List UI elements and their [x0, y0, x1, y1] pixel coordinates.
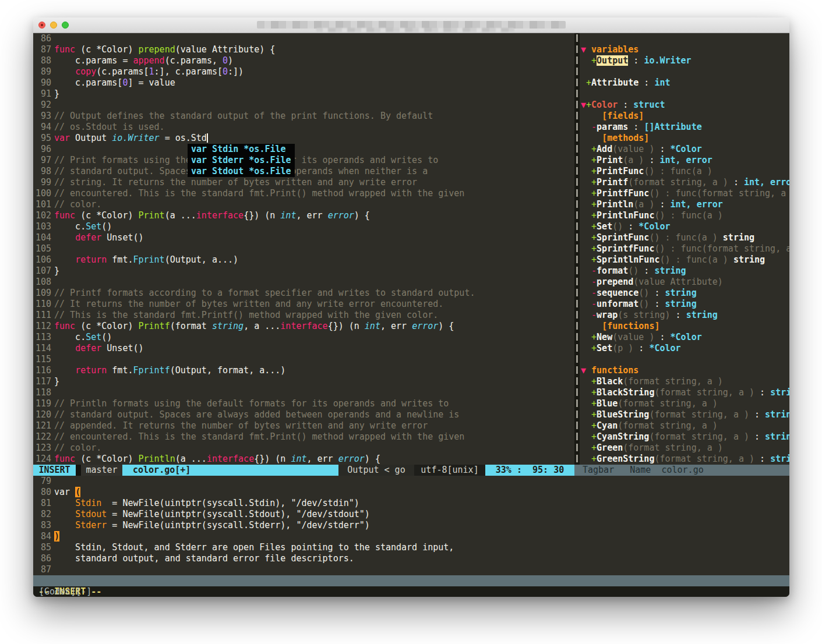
- minimize-button[interactable]: [50, 22, 57, 29]
- tagbar-line[interactable]: +Println(a ) : int, error: [581, 199, 789, 210]
- tagbar-line[interactable]: +Print(a ) : int, error: [581, 155, 789, 166]
- close-button[interactable]: [38, 22, 45, 29]
- tagbar-line[interactable]: [functions]: [581, 321, 789, 332]
- code-line[interactable]: 100// encountered. This is the standard …: [36, 188, 574, 199]
- code-line[interactable]: 117}: [36, 376, 574, 387]
- code-line[interactable]: 114 defer Unset(): [36, 343, 574, 354]
- code-line[interactable]: 102func (c *Color) Print(a ...interface{…: [36, 210, 574, 221]
- code-line[interactable]: 124func (c *Color) Println(a ...interfac…: [36, 454, 574, 465]
- tagbar-line[interactable]: -wrap(s string) : string: [581, 310, 789, 321]
- tagbar-line[interactable]: +Green(format string, a ): [581, 443, 789, 454]
- tagbar-line[interactable]: [methods]: [581, 133, 789, 144]
- code-line[interactable]: 99// string. It returns the number of by…: [36, 177, 574, 188]
- tagbar-line[interactable]: +GreenString(format string, a ) : string: [581, 454, 789, 465]
- code-line[interactable]: 122// encountered. This is the standard …: [36, 431, 574, 443]
- tagbar-line[interactable]: ▼ variables: [581, 44, 789, 55]
- godoc-line[interactable]: 84): [36, 531, 789, 542]
- code-line[interactable]: 105: [36, 243, 574, 254]
- godoc-line[interactable]: 85 Stdin, Stdout, and Stderr are open Fi…: [36, 542, 789, 553]
- tagbar-line[interactable]: +PrintFunc() : func(a ): [581, 166, 789, 177]
- code-line[interactable]: 110// It returns the number of bytes wri…: [36, 299, 574, 310]
- window-split-separator[interactable]: [574, 33, 580, 465]
- code-line[interactable]: 103 c.Set(): [36, 221, 574, 232]
- code-line[interactable]: 90 c.params[0] = value: [36, 77, 574, 89]
- code-line[interactable]: 121// appended. It returns the number of…: [36, 420, 574, 431]
- godoc-line[interactable]: 82 Stdout = NewFile(uintptr(syscall.Stdo…: [36, 509, 789, 520]
- code-line[interactable]: 111// This is the standard fmt.Printf() …: [36, 310, 574, 321]
- tagbar-line[interactable]: +Printf(format string, a ) : int, error: [581, 177, 789, 188]
- code-line[interactable]: 101// color.: [36, 199, 574, 210]
- code-line[interactable]: 115: [36, 354, 574, 365]
- code-line[interactable]: 106 return fmt.Fprint(Output, a...): [36, 254, 574, 266]
- code-line[interactable]: 97// Print formats using the default for…: [36, 155, 574, 166]
- tagbar-line[interactable]: +SprintFunc() : func(a ) string: [581, 232, 789, 243]
- code-line[interactable]: 89 copy(c.params[1:], c.params[0:]): [36, 66, 574, 77]
- code-line[interactable]: 96: [36, 144, 574, 155]
- tagbar-line[interactable]: +BlackString(format string, a ) : string: [581, 387, 789, 398]
- godoc-line[interactable]: 79: [36, 476, 789, 487]
- code-line[interactable]: 116 return fmt.Fprintf(Output, format, a…: [36, 365, 574, 376]
- tagbar-line[interactable]: +PrintlnFunc() : func(a ): [581, 210, 789, 221]
- code-line[interactable]: 118: [36, 387, 574, 398]
- tagbar-line[interactable]: -format() : string: [581, 266, 789, 277]
- tagbar-line[interactable]: -sequence() : string: [581, 288, 789, 299]
- code-line[interactable]: 108: [36, 277, 574, 288]
- tagbar-line[interactable]: ▼+Color : struct: [581, 100, 789, 111]
- tagbar-line[interactable]: +Attribute : int: [581, 77, 789, 89]
- code-line[interactable]: 113 c.Set(): [36, 332, 574, 343]
- tagbar-line[interactable]: +Black(format string, a ): [581, 376, 789, 387]
- godoc-line[interactable]: 86 standard output, and standard error f…: [36, 553, 789, 564]
- tagbar-line[interactable]: -prepend(value Attribute): [581, 277, 789, 288]
- completion-item[interactable]: var Stderr *os.File: [191, 155, 291, 166]
- text-segment: (value Attribute) {: [175, 44, 276, 55]
- tagbar-line[interactable]: +BlueString(format string, a ) : string: [581, 409, 789, 420]
- completion-item[interactable]: var Stdin *os.File: [191, 144, 291, 155]
- tagbar-line[interactable]: -unformat() : string: [581, 299, 789, 310]
- tagbar-line[interactable]: [581, 354, 789, 365]
- tagbar-line[interactable]: +Blue(format string, a ): [581, 398, 789, 409]
- tagbar-line[interactable]: +Add(value ) : *Color: [581, 144, 789, 155]
- code-line[interactable]: 120// standard output. Spaces are always…: [36, 409, 574, 420]
- completion-item[interactable]: var Stdout *os.File: [191, 166, 291, 177]
- godoc-line[interactable]: 87: [36, 564, 789, 575]
- code-line[interactable]: 104 defer Unset(): [36, 232, 574, 243]
- tagbar-line[interactable]: +SprintlnFunc() : func(a ) string: [581, 254, 789, 266]
- godoc-line[interactable]: 81 Stdin = NewFile(uintptr(syscall.Stdin…: [36, 498, 789, 509]
- code-window[interactable]: var Stdin *os.Filevar Stderr *os.Filevar…: [33, 33, 574, 465]
- code-line[interactable]: 91}: [36, 89, 574, 100]
- code-line[interactable]: 92: [36, 100, 574, 111]
- editor-top-row: var Stdin *os.Filevar Stderr *os.Filevar…: [33, 33, 789, 465]
- tagbar-line[interactable]: [581, 89, 789, 100]
- zoom-button[interactable]: [62, 22, 69, 29]
- tagbar-line[interactable]: +Cyan(format string, a ): [581, 420, 789, 431]
- code-line[interactable]: 95var Output io.Writer = os.Std: [36, 133, 574, 144]
- tagbar-panel[interactable]: ▼ variables +Output : io.Writer +Attribu…: [580, 33, 789, 465]
- tagbar-line[interactable]: +Set(p ) : *Color: [581, 343, 789, 354]
- code-line[interactable]: 87func (c *Color) prepend(value Attribut…: [36, 44, 574, 55]
- code-line[interactable]: 109// Printf formats according to a form…: [36, 288, 574, 299]
- code-line[interactable]: 107}: [36, 266, 574, 277]
- code-line[interactable]: 93// Output defines the standard output …: [36, 111, 574, 122]
- tagbar-line[interactable]: +New(value ) : *Color: [581, 332, 789, 343]
- tagbar-line[interactable]: [fields]: [581, 111, 789, 122]
- tagbar-line[interactable]: +PrintfFunc() : func(format string, a ): [581, 188, 789, 199]
- tagbar-line[interactable]: ▼ functions: [581, 365, 789, 376]
- window-titlebar[interactable]: [33, 17, 789, 33]
- tagbar-line[interactable]: +SprintfFunc() : func(format string, a )…: [581, 243, 789, 254]
- code-line[interactable]: 88 c.params = append(c.params, 0): [36, 55, 574, 66]
- tagbar-line[interactable]: -params : []Attribute: [581, 122, 789, 133]
- tagbar-line[interactable]: +Output : io.Writer: [581, 55, 789, 66]
- code-line[interactable]: 86: [36, 33, 574, 44]
- tagbar-line[interactable]: +CyanString(format string, a ) : string: [581, 431, 789, 443]
- godoc-line[interactable]: 80var (: [36, 487, 789, 498]
- code-line[interactable]: 112func (c *Color) Printf(format string,…: [36, 321, 574, 332]
- godoc-line[interactable]: 83 Stderr = NewFile(uintptr(syscall.Stde…: [36, 520, 789, 531]
- godoc-preview-window[interactable]: 7980var (81 Stdin = NewFile(uintptr(sysc…: [33, 476, 789, 575]
- code-line[interactable]: 94// os.Stdout is used.: [36, 122, 574, 133]
- tagbar-line[interactable]: [581, 66, 789, 77]
- tagbar-line[interactable]: +Set() : *Color: [581, 221, 789, 232]
- code-line[interactable]: 119// Println formats using the default …: [36, 398, 574, 409]
- tagbar-line[interactable]: [581, 33, 789, 44]
- code-line[interactable]: 98// standard output. Spaces are added b…: [36, 166, 574, 177]
- code-line[interactable]: 123// color.: [36, 443, 574, 454]
